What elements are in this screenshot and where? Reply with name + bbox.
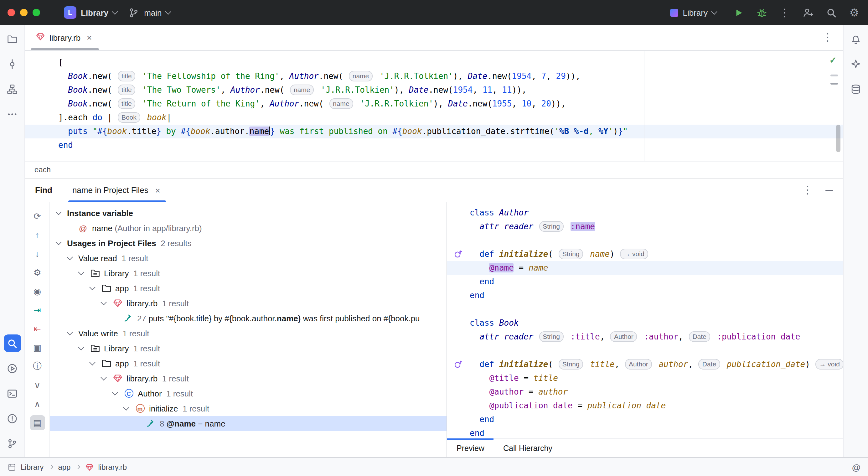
find-results-tree[interactable]: Instance variable@name (Author in app/li… xyxy=(50,202,446,457)
tree-row-app-dir-2[interactable]: app 1 result xyxy=(50,356,446,371)
tree-row-library-module[interactable]: Library 1 result xyxy=(50,265,446,281)
chevron-down-icon[interactable] xyxy=(78,269,84,275)
autoscroll-to-source-icon[interactable]: ⇥ xyxy=(30,303,45,318)
code-line[interactable]: ].each do | Book book| xyxy=(25,111,843,125)
collapse-all-icon[interactable]: ∧ xyxy=(30,396,45,412)
close-tab-icon[interactable] xyxy=(85,33,94,42)
status-crumb-app[interactable]: app xyxy=(58,463,70,471)
code-line[interactable]: end xyxy=(447,426,843,438)
show-preview-icon[interactable]: ▤ xyxy=(30,415,45,430)
method-marker-icon[interactable] xyxy=(454,249,463,259)
previous-occurrence-icon[interactable]: ↑ xyxy=(30,227,45,243)
close-window-button[interactable] xyxy=(7,9,15,16)
tree-row-library-rb[interactable]: library.rb 1 result xyxy=(50,296,446,311)
find-settings-icon[interactable]: ⚙ xyxy=(30,265,45,280)
chevron-down-icon[interactable] xyxy=(78,344,84,350)
code-line[interactable]: @name = name xyxy=(447,261,843,275)
tree-row-value-read[interactable]: Value read 1 result xyxy=(50,251,446,265)
run-button[interactable] xyxy=(732,6,745,19)
tree-row-usage-line-8[interactable]: 8 @name = name xyxy=(50,416,446,431)
version-control-tool-icon[interactable] xyxy=(3,435,21,452)
debug-button[interactable] xyxy=(755,6,768,19)
code-line[interactable]: @publication_date = publication_date xyxy=(447,399,843,413)
zoom-window-button[interactable] xyxy=(33,9,40,16)
chevron-down-icon[interactable] xyxy=(89,359,95,366)
tree-row-usage-line-27[interactable]: 27 puts "#{book.title} by #{book.author.… xyxy=(50,311,446,326)
chevron-down-icon[interactable] xyxy=(55,239,62,245)
code-line[interactable]: end xyxy=(447,289,843,303)
project-selector[interactable]: L Library xyxy=(59,4,122,21)
ai-assistant-status-icon[interactable] xyxy=(852,462,861,472)
database-tool-icon[interactable] xyxy=(847,80,865,98)
status-crumb-file[interactable]: library.rb xyxy=(98,463,127,471)
more-tools-icon[interactable] xyxy=(3,105,21,123)
branch-selector[interactable]: main xyxy=(122,4,175,21)
find-options-button[interactable] xyxy=(802,185,813,196)
notifications-icon[interactable] xyxy=(847,30,865,47)
more-actions-button[interactable] xyxy=(778,6,791,19)
status-crumb-library[interactable]: Library xyxy=(21,463,43,471)
code-line[interactable]: attr_reader String :title, Author :autho… xyxy=(447,330,843,344)
inspections-widget[interactable] xyxy=(830,55,837,66)
chevron-down-icon[interactable] xyxy=(112,389,118,395)
code-line[interactable]: @title = title xyxy=(447,372,843,385)
problems-tool-icon[interactable] xyxy=(3,410,21,427)
terminal-tool-icon[interactable] xyxy=(3,385,21,402)
code-line[interactable]: Book.new( title 'The Return of the King'… xyxy=(25,97,843,111)
tab-call-hierarchy[interactable]: Call Hierarchy xyxy=(494,439,562,457)
code-line[interactable]: [ xyxy=(25,56,843,69)
tab-options-button[interactable] xyxy=(822,32,833,43)
code-line[interactable]: Book.new( title 'The Fellowship of the R… xyxy=(25,69,843,83)
chevron-down-icon[interactable] xyxy=(55,209,62,215)
expand-all-icon[interactable]: ∨ xyxy=(30,378,45,393)
ai-assistant-icon[interactable] xyxy=(847,55,865,73)
chevron-down-icon[interactable] xyxy=(67,329,73,336)
minimize-window-button[interactable] xyxy=(20,9,28,16)
editor-scrollbar[interactable] xyxy=(836,125,840,152)
tree-row-library-rb-2[interactable]: library.rb 1 result xyxy=(50,371,446,386)
code-line[interactable]: end xyxy=(447,413,843,426)
preview-usages-icon[interactable]: ◉ xyxy=(30,284,45,299)
search-everywhere-button[interactable] xyxy=(825,6,837,19)
tree-row-app-dir[interactable]: app 1 result xyxy=(50,281,446,296)
show-write-access-icon[interactable]: ⇤ xyxy=(30,321,45,336)
code-line[interactable] xyxy=(447,344,843,358)
tab-preview[interactable]: Preview xyxy=(447,439,494,457)
next-occurrence-icon[interactable]: ↓ xyxy=(30,246,45,261)
group-by-icon[interactable]: ▣ xyxy=(30,340,45,355)
find-results-tab[interactable]: name in Project Files xyxy=(69,179,166,202)
tree-row-library-module-2[interactable]: Library 1 result xyxy=(50,341,446,356)
code-line[interactable]: def initialize( String name) → void xyxy=(447,247,843,261)
code-editor[interactable]: [ Book.new( title 'The Fellowship of the… xyxy=(25,51,843,161)
chevron-down-icon[interactable] xyxy=(123,404,129,411)
code-line[interactable]: puts "#{book.title} by #{book.author.nam… xyxy=(25,125,843,138)
chevron-down-icon[interactable] xyxy=(100,299,107,305)
method-marker-icon[interactable] xyxy=(454,359,463,369)
tree-row-name-declaration[interactable]: @name (Author in app/library.rb) xyxy=(50,220,446,235)
close-find-tab-icon[interactable] xyxy=(153,186,162,194)
tab-library-rb[interactable]: library.rb xyxy=(29,25,100,50)
services-tool-icon[interactable] xyxy=(3,359,21,377)
chevron-down-icon[interactable] xyxy=(100,374,107,380)
code-line[interactable]: end xyxy=(25,138,843,152)
structure-tool-icon[interactable] xyxy=(3,80,21,98)
chevron-down-icon[interactable] xyxy=(89,284,95,290)
hide-tool-window-button[interactable] xyxy=(826,189,833,191)
breadcrumb-item-each[interactable]: each xyxy=(34,165,51,174)
code-line[interactable] xyxy=(447,303,843,316)
code-line[interactable]: class Book xyxy=(447,316,843,330)
tree-row-usages-group[interactable]: Usages in Project Files 2 results xyxy=(50,235,446,251)
tree-row-value-write[interactable]: Value write 1 result xyxy=(50,326,446,341)
code-with-me-button[interactable] xyxy=(802,6,814,19)
tree-row-author-class[interactable]: CAuthor 1 result xyxy=(50,386,446,401)
tree-row-initialize-method[interactable]: minitialize 1 result xyxy=(50,401,446,416)
chevron-down-icon[interactable] xyxy=(67,254,73,260)
preview-editor[interactable]: class Author attr_reader String :name de… xyxy=(447,202,843,438)
code-line[interactable]: attr_reader String :name xyxy=(447,220,843,233)
usage-info-icon[interactable]: ⓘ xyxy=(30,359,45,374)
code-line[interactable]: end xyxy=(447,275,843,289)
code-line[interactable]: Book.new( title 'The Two Towers', Author… xyxy=(25,83,843,97)
code-line[interactable]: class Author xyxy=(447,206,843,220)
run-config-selector[interactable]: Library xyxy=(665,5,722,20)
code-line[interactable] xyxy=(447,233,843,247)
